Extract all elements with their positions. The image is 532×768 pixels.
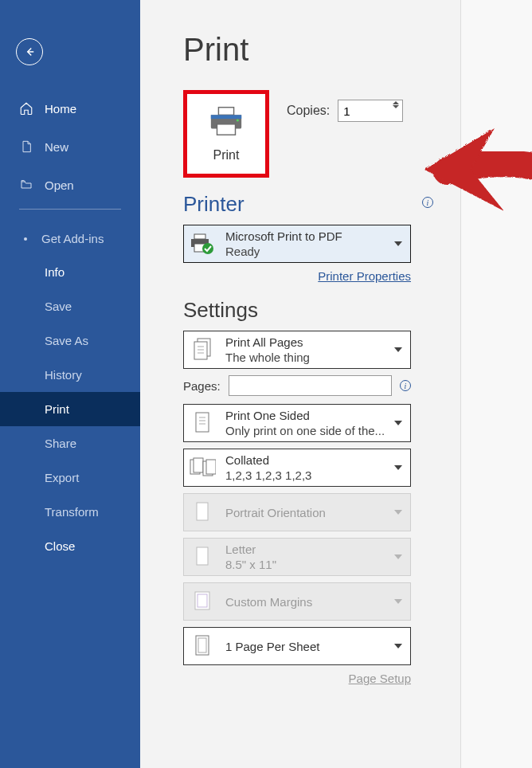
printer-dropdown[interactable]: Microsoft Print to PDF Ready [183,225,411,263]
sidebar-item-addins[interactable]: Get Add-ins [0,222,140,255]
sidebar-item-print[interactable]: Print [0,392,140,426]
sidebar-item-label: Open [45,178,74,192]
margins-icon [189,587,216,616]
printer-heading: Printer [183,192,411,217]
printer-properties-link[interactable]: Printer Properties [318,269,411,283]
settings-heading: Settings [183,298,508,323]
one-per-sheet-icon [189,632,216,660]
chevron-down-icon [394,347,402,352]
collate-icon [189,453,216,482]
chevron-down-icon [394,241,402,246]
folder-icon [19,178,33,192]
option-sub: The whole thing [225,351,310,364]
sidebar-item-label: Get Add-ins [41,232,104,245]
svg-point-6 [202,243,213,254]
chevron-down-icon [394,554,402,559]
chevron-down-icon [394,599,402,604]
sidebar-item-share[interactable]: Share [0,426,140,460]
option-title: Custom Margins [225,595,312,609]
sidebar-item-history[interactable]: History [0,358,140,392]
chevron-down-icon [394,465,402,470]
option-title: Print All Pages [225,335,310,349]
chevron-down-icon [394,644,402,648]
option-title: Print One Sided [225,409,385,422]
paper-size-icon [189,543,216,571]
svg-rect-20 [197,503,208,520]
sidebar-item-info[interactable]: Info [0,255,140,289]
sidebar-item-new[interactable]: New [0,127,140,166]
info-icon[interactable]: i [422,197,433,208]
printer-status-icon [189,229,216,258]
page-stack-icon [189,335,216,364]
home-icon [19,101,33,116]
svg-rect-2 [217,124,236,135]
sidebar-item-close[interactable]: Close [0,529,140,563]
option-sub: 1,2,3 1,2,3 1,2,3 [225,468,311,482]
sidebar-item-label: Home [45,102,76,116]
copies-down-icon[interactable] [393,105,399,108]
page-title: Print [183,32,508,68]
orientation-dropdown: Portrait Orientation [183,493,411,531]
print-range-dropdown[interactable]: Print All Pages The whole thing [183,331,411,369]
option-title: Letter [225,543,276,556]
svg-rect-21 [197,547,208,565]
svg-rect-19 [206,460,216,474]
copies-label: Copies: [287,104,330,118]
option-sub: Only print on one side of the... [225,424,385,437]
chevron-down-icon [394,421,402,425]
document-icon [19,139,33,154]
sidebar-divider [19,209,121,210]
sidebar-item-save[interactable]: Save [0,289,140,323]
svg-rect-17 [194,458,203,472]
back-arrow-icon [22,45,37,59]
svg-rect-24 [196,636,209,655]
single-page-icon [189,409,216,437]
sides-dropdown[interactable]: Print One Sided Only print on one side o… [183,404,411,442]
svg-rect-1 [211,115,241,119]
svg-point-3 [237,120,239,122]
svg-rect-0 [218,108,233,116]
svg-rect-8 [194,342,207,359]
option-title: Collated [225,453,311,467]
collate-dropdown[interactable]: Collated 1,2,3 1,2,3 1,2,3 [183,449,411,487]
print-pane: Print Print Copies: Printer [140,0,532,768]
print-button-label: Print [213,148,240,163]
option-title: 1 Page Per Sheet [225,640,319,653]
sidebar-item-open[interactable]: Open [0,166,140,204]
option-sub: 8.5" x 11" [225,558,276,571]
sidebar-item-label: New [45,140,68,154]
printer-name: Microsoft Print to PDF [225,229,342,243]
option-title: Portrait Orientation [225,506,326,519]
sidebar-item-export[interactable]: Export [0,460,140,495]
copies-up-icon[interactable] [393,101,399,104]
svg-rect-4 [194,234,205,239]
paper-size-dropdown: Letter 8.5" x 11" [183,538,411,576]
pages-input[interactable] [229,375,392,396]
pages-label: Pages: [183,379,221,393]
svg-rect-12 [196,413,209,432]
printer-icon [208,105,244,137]
printer-status: Ready [225,245,342,258]
margins-dropdown: Custom Margins [183,582,411,621]
info-icon[interactable]: i [400,380,411,391]
pages-per-sheet-dropdown[interactable]: 1 Page Per Sheet [183,627,411,665]
chevron-down-icon [394,510,402,515]
sidebar-item-save-as[interactable]: Save As [0,323,140,358]
print-preview-area [460,0,532,768]
portrait-icon [189,498,216,527]
copies-spinner[interactable] [338,100,403,122]
print-button[interactable]: Print [183,90,269,178]
sidebar-item-transform[interactable]: Transform [0,495,140,529]
back-button[interactable] [16,38,43,65]
page-setup-link: Page Setup [349,672,411,685]
sidebar-item-home[interactable]: Home [0,89,140,127]
copies-input[interactable] [338,100,386,121]
backstage-sidebar: Home New Open Get Add-ins Info Save Save… [0,0,140,768]
